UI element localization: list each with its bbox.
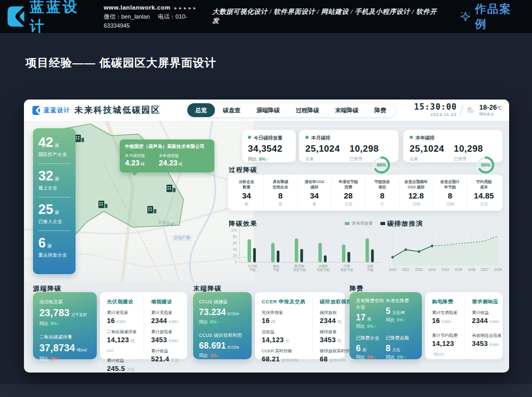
dashboard-screenshot: 京平高速 文化广场 蓝蓝设计 未来科技城低碳园区 总览 碳盘查 源端降碳 过程降…: [24, 100, 509, 373]
svg-text:2025: 2025: [455, 268, 463, 271]
reduced-fee-enterprises: 已降费企业 6家 同比2%↓: [356, 335, 386, 361]
svg-text:节能: 节能: [367, 268, 373, 272]
yoy-indicator: 同比2%↑: [386, 354, 415, 361]
stat-value: 6: [38, 235, 46, 250]
total-reduced-fee: 已降费总额 8万元 同比2%↑: [386, 335, 415, 361]
map-place-label: 文化广场: [172, 235, 192, 241]
gauge-ring: 65%: [371, 155, 392, 176]
card-title: 本年碳排: [410, 135, 496, 142]
metric-row: 有效响应总电量3453KWH: [472, 333, 502, 348]
page-title: 项目经验—— 低碳园区大屏界面设计: [0, 33, 532, 70]
metric-row: 累计充电量2344KWH: [151, 310, 180, 325]
stat-label: 已接入企业: [38, 219, 70, 225]
tab-bar: 总览 碳盘查 源端降碳 过程降碳 末端降碳 降费: [186, 103, 395, 117]
yoy-indicator: 同比8%↑: [199, 319, 246, 326]
process-stat: 具有降碳空间企业8家: [264, 179, 298, 206]
tab-carbon-audit[interactable]: 碳盘查: [215, 103, 248, 117]
year-emission-card: 本年碳排 25,1024 总量 10,298 已使用 65% 使用率: [403, 130, 503, 162]
trend-arrow: ↑: [374, 324, 376, 329]
tab-fee-reduction[interactable]: 降费: [367, 103, 394, 117]
metric-row: 总收益14,123元: [262, 329, 305, 344]
yoy-indicator: 同比2%↓: [199, 353, 246, 359]
services-list: 大数据可视化设计 / 软件界面设计 / 网站建设 / 手机及小程序设计 / 软件…: [212, 7, 442, 26]
tab-source-reduction[interactable]: 源端降碳: [248, 103, 288, 117]
card-title: 今日碳排放量: [248, 135, 290, 142]
svg-text:2021: 2021: [402, 268, 410, 271]
weather: 18-26℃ 晴转多云: [479, 104, 502, 117]
svg-text:40: 40: [233, 247, 237, 251]
trend-arrow: ↑: [404, 355, 406, 360]
co2-reduction: 二氧化碳减排量 37,8734吨co2 同比2%↓: [39, 334, 90, 362]
tooltip-label: 本月碳排放: [125, 153, 145, 159]
arrows-decoration: ►►►►►: [173, 6, 197, 11]
source-metrics-card: 光伏能建设 累计发电量16KWH 二氧化碳减排量14,123吨co2 累计收益2…: [100, 292, 187, 359]
card-value: 34,3542: [248, 144, 290, 154]
tooltip-label: 本年碳排放: [159, 153, 183, 159]
svg-text:100: 100: [231, 228, 237, 232]
dashboard-header: 蓝蓝设计 未来科技城低碳园区 总览 碳盘查 源端降碳 过程降碳 末端降碳 降费 …: [24, 100, 509, 121]
tab-end-reduction[interactable]: 末端降碳: [327, 103, 367, 117]
green-dot-icon: [305, 136, 309, 139]
yoy-indicator: 同比8%↑: [356, 324, 386, 330]
website-link[interactable]: www.lanlanwork.com►►►►►: [104, 3, 212, 12]
yearly-potential-saving: 年潜在降费 5万元/年 同比6%↑: [386, 298, 415, 330]
tooltip-month-emission: 本月碳排放 4.23吨: [125, 153, 145, 168]
clock: 15:30:00 2023.11.22: [414, 103, 457, 117]
svg-text:2024: 2024: [442, 268, 450, 271]
svg-text:2028: 2028: [494, 268, 502, 271]
weather-description: 晴转多云: [479, 112, 502, 117]
metric-row: CCER 实时价格68.21元/tCO2e: [262, 348, 305, 363]
tooltip-company-name: 中能国宏（葫芦岛）高新技术有限公司: [125, 144, 209, 150]
tab-overview[interactable]: 总览: [187, 103, 215, 117]
metric-row: 累计收益521.4万元: [151, 348, 180, 363]
svg-text:系统节能: 系统节能: [317, 268, 329, 272]
ccus-storage-use: CCUS 碳封存和利用 68.691tCO2e 同比2%↓: [199, 333, 246, 359]
process-stats-card: 分析企业数量34家 具有降碳空间企业8家 潜在年CO2减排34家 年潜在节能消费…: [228, 175, 503, 211]
portfolio-label: 作品案例: [475, 2, 523, 31]
metric-row: 光伏申报量16吨: [262, 310, 305, 325]
ccus-capture: CCUS 碳捕捉 73.234tCO2e 同比8%↑: [199, 299, 246, 326]
clean-power-card: 清洁电交易 23,783万千瓦时 同比8%↑ 二氧化碳减排量 37,8734吨c…: [33, 292, 97, 359]
reduction-effect-bar-chart: 020406080100空压机节能电机节能配用电系统节能水循环系统节能空调系统节…: [227, 227, 383, 279]
metric-row: 累计节约电费14,123吨co2: [432, 333, 458, 358]
park-stats-card: 42家 园区投产企业 32家 规上企业 25家 已接入企业 6家 重点排放企业: [33, 128, 76, 274]
total-value: 25,1024: [305, 144, 340, 154]
gauge-ring: 65%: [475, 155, 496, 176]
stat-unit: 家: [47, 243, 52, 249]
tooltip-year-emission: 本年碳排放 24.23吨: [159, 153, 183, 168]
metric-row: 累计放电量3453KWH: [151, 329, 180, 344]
demand-response-column: 需求侧响应 累计收益2344KWH 有效响应总电量3453KWH: [464, 299, 509, 353]
process-section-title: 过程降碳: [229, 166, 257, 175]
stat-value: 42: [38, 135, 53, 150]
month-emission-card: 本月碳排 25,1024 总量 10,298 已使用 65% 使用率: [299, 130, 398, 162]
dashboard-title: 未来科技城低碳园区: [74, 105, 161, 116]
process-stat: 节约用能成本14.85万元: [467, 179, 501, 206]
contact-line: 微信：ben_lanlan 电话：010-63334945: [104, 12, 212, 30]
stat-label: 重点排放企业: [38, 252, 70, 259]
stat-value: 25: [38, 202, 53, 217]
tab-process-reduction[interactable]: 过程降碳: [288, 103, 327, 117]
svg-text:配用电: 配用电: [295, 264, 304, 268]
date-display: 2023.11.22: [414, 112, 457, 117]
total-block: 25,1024 总量: [305, 142, 340, 162]
trend-arrow: ↑: [266, 157, 268, 162]
trend-arrow: ↓: [217, 353, 219, 358]
metric-row: 累计发电量16KWH: [107, 310, 137, 325]
pv-construction-column: 光伏能建设 累计发电量16KWH 二氧化碳减排量14,123吨co2 累计收益2…: [100, 299, 144, 353]
process-stat: 改造后预期年CO2 减排12.8万吨: [400, 179, 434, 206]
svg-text:65%: 65%: [377, 162, 386, 168]
dashboard-logo-text: 蓝蓝设计: [44, 106, 70, 114]
clock-weather-block: 15:30:00 2023.11.22 18-26℃ 晴转多云: [414, 103, 502, 117]
total-value: 25,1024: [410, 144, 444, 154]
stat-unit: 家: [55, 143, 60, 148]
fee-space-enterprises: 具有降费空间企业 17家 同比8%↑: [356, 298, 386, 330]
svg-text:20: 20: [233, 254, 237, 258]
portfolio-link[interactable]: 作品案例: [460, 2, 523, 31]
legend-swatch: [345, 222, 350, 225]
svg-text:2022: 2022: [415, 268, 423, 271]
legend-swatch: [380, 222, 385, 225]
today-emission-card: 今日碳排放量 34,3542 同比8%↑: [242, 130, 296, 162]
svg-text:0: 0: [235, 260, 237, 264]
svg-text:油泵: 油泵: [367, 264, 373, 268]
sun-cloud-weather-icon: [466, 106, 475, 114]
